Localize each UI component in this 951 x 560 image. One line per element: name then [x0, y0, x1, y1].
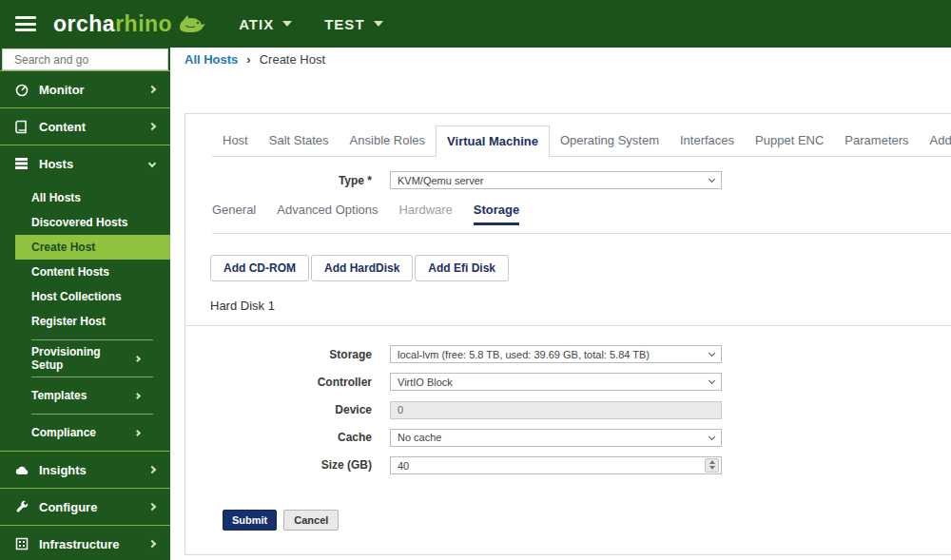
form-footer: Submit Cancel	[223, 510, 951, 531]
sidebar-item-infrastructure[interactable]: Infrastructure	[0, 525, 170, 560]
chevron-down-icon	[148, 160, 156, 167]
add-harddisk-button[interactable]: Add HardDisk	[311, 255, 413, 281]
breadcrumb: All Hosts › Create Host	[184, 52, 325, 67]
controller-select-value: VirtIO Block	[398, 377, 453, 388]
add-cdrom-button[interactable]: Add CD-ROM	[210, 255, 309, 281]
controller-field-row: Controller VirtIO Block	[185, 373, 951, 391]
tab-puppet-enc[interactable]: Puppet ENC	[745, 126, 834, 157]
sub-item-label: Register Host	[31, 315, 170, 328]
sub-item-label: Create Host	[31, 241, 170, 254]
storage-action-buttons: Add CD-ROM Add HardDisk Add Efi Disk	[210, 255, 951, 281]
breadcrumb-current: Create Host	[260, 52, 325, 67]
breadcrumb-separator-icon: ›	[246, 52, 250, 67]
sidebar-item-label: Monitor	[39, 83, 149, 97]
add-efi-disk-button[interactable]: Add Efi Disk	[415, 255, 509, 281]
controller-select[interactable]: VirtIO Block	[390, 373, 722, 391]
sidebar-item-label: Infrastructure	[39, 537, 149, 551]
device-label: Device	[185, 403, 372, 416]
sidebar-item-create-host[interactable]: Create Host	[15, 235, 170, 260]
create-host-panel: Host Salt States Ansible Roles Virtual M…	[184, 113, 951, 555]
sidebar-item-discovered-hosts[interactable]: Discovered Hosts	[0, 210, 170, 235]
chevron-right-icon	[134, 392, 141, 398]
sidebar-item-insights[interactable]: Insights	[0, 451, 170, 488]
chevron-down-icon	[282, 21, 292, 27]
submit-button[interactable]: Submit	[223, 510, 277, 531]
storage-pool-select-value: local-lvm (free: 5.8 TB, used: 39.69 GB,…	[398, 349, 650, 360]
building-icon	[13, 537, 29, 550]
search-input[interactable]	[14, 53, 162, 67]
submenu-divider	[31, 377, 153, 377]
hosts-submenu: All Hosts Discovered Hosts Create Host C…	[0, 182, 170, 451]
chevron-down-icon	[708, 350, 715, 357]
breadcrumb-all-hosts-link[interactable]: All Hosts	[184, 52, 238, 67]
number-spinner[interactable]	[705, 458, 719, 473]
size-input[interactable]	[390, 456, 722, 474]
sidebar-item-monitor[interactable]: Monitor	[0, 70, 170, 107]
server-stack-icon	[13, 157, 29, 170]
sidebar-item-all-hosts[interactable]: All Hosts	[0, 185, 170, 210]
controller-label: Controller	[185, 376, 372, 389]
tab-parameters[interactable]: Parameters	[834, 126, 919, 157]
device-field-row: Device	[185, 400, 951, 419]
chevron-right-icon	[134, 429, 141, 435]
tab-operating-system[interactable]: Operating System	[550, 126, 670, 157]
orcharhino-logo[interactable]: orcharhino	[53, 11, 206, 37]
type-select[interactable]: KVM/Qemu server	[390, 171, 722, 189]
sidebar-item-label: Hosts	[39, 157, 149, 171]
tab-virtual-machine[interactable]: Virtual Machine	[436, 126, 550, 157]
tab-ansible-roles[interactable]: Ansible Roles	[340, 126, 437, 157]
cancel-button[interactable]: Cancel	[283, 510, 339, 531]
cache-label: Cache	[185, 431, 372, 444]
sidebar-item-hosts[interactable]: Hosts	[0, 145, 170, 182]
chevron-right-icon	[148, 466, 156, 473]
chevron-right-icon	[148, 540, 156, 548]
rhino-logo-icon	[174, 12, 206, 35]
wrench-icon	[13, 500, 29, 513]
sidebar-item-compliance[interactable]: Compliance	[0, 420, 170, 445]
size-label: Size (GB)	[185, 458, 372, 472]
sub-item-label: Host Collections	[31, 290, 170, 303]
search-box[interactable]	[2, 48, 168, 70]
type-label: Type *	[185, 174, 372, 187]
sidebar-item-label: Configure	[39, 500, 149, 514]
storage-pool-select[interactable]: local-lvm (free: 5.8 TB, used: 39.69 GB,…	[390, 345, 722, 363]
subtab-hardware[interactable]: Hardware	[398, 203, 452, 225]
chevron-right-icon	[134, 355, 141, 361]
cloud-icon	[13, 464, 29, 476]
submenu-divider	[31, 414, 153, 415]
organization-menu[interactable]: ATIX	[239, 16, 292, 32]
sidebar: Monitor Content Hosts All Hosts Discover…	[0, 48, 170, 560]
sidebar-item-host-collections[interactable]: Host Collections	[0, 284, 170, 309]
sidebar-item-configure[interactable]: Configure	[0, 488, 170, 525]
cache-select[interactable]: No cache	[390, 429, 722, 447]
chevron-right-icon	[148, 123, 156, 130]
tab-additional-information[interactable]: Additional Information	[920, 126, 951, 157]
tab-interfaces[interactable]: Interfaces	[670, 126, 745, 157]
brand-text-rhino: rhino	[115, 11, 172, 37]
hard-disk-section-title: Hard Disk 1	[210, 299, 951, 313]
subtab-storage[interactable]: Storage	[474, 203, 519, 225]
sub-item-label: Templates	[31, 389, 135, 402]
sidebar-item-content-hosts[interactable]: Content Hosts	[0, 260, 170, 284]
chevron-down-icon	[374, 21, 383, 27]
sub-item-label: All Hosts	[31, 191, 170, 204]
sidebar-item-register-host[interactable]: Register Host	[0, 309, 170, 334]
spinner-up-icon[interactable]	[709, 460, 715, 464]
subtab-advanced-options[interactable]: Advanced Options	[277, 203, 378, 225]
hamburger-menu-icon[interactable]	[15, 16, 36, 31]
tab-host[interactable]: Host	[212, 126, 259, 157]
location-menu[interactable]: TEST	[324, 16, 382, 32]
type-select-value: KVM/Qemu server	[398, 175, 483, 186]
chevron-down-icon	[708, 377, 715, 384]
sidebar-item-templates[interactable]: Templates	[0, 383, 170, 408]
sidebar-item-provisioning-setup[interactable]: Provisioning Setup	[0, 346, 170, 371]
subtab-general[interactable]: General	[212, 203, 256, 225]
storage-field-row: Storage local-lvm (free: 5.8 TB, used: 3…	[185, 345, 951, 363]
spinner-down-icon[interactable]	[709, 466, 715, 470]
sub-item-label: Compliance	[31, 426, 135, 439]
tab-salt-states[interactable]: Salt States	[259, 126, 340, 157]
sidebar-item-content[interactable]: Content	[0, 107, 170, 145]
chevron-down-icon	[708, 433, 715, 439]
top-bar: orcharhino ATIX TEST	[0, 0, 951, 48]
storage-label: Storage	[185, 348, 372, 361]
